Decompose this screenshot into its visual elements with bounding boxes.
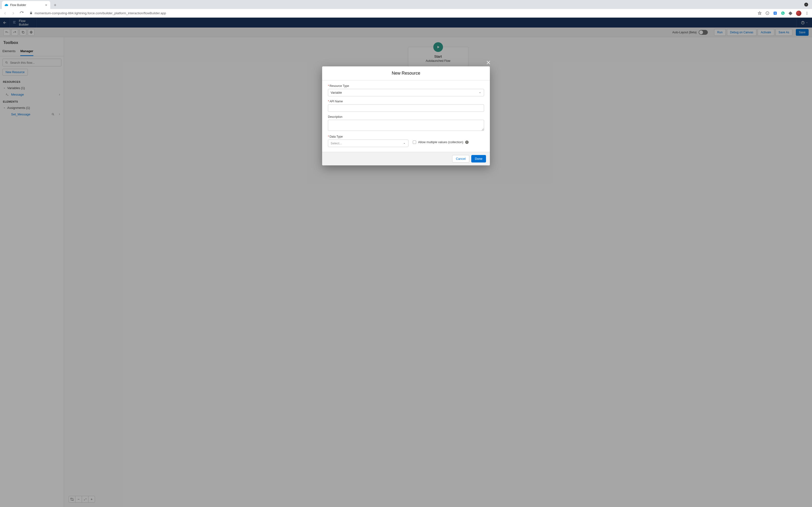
- allow-multiple-checkbox-row[interactable]: Allow multiple values (collection) i: [413, 135, 469, 144]
- reload-icon[interactable]: [19, 11, 24, 15]
- star-icon[interactable]: [757, 11, 762, 15]
- tab-title: Flow Builder: [10, 3, 43, 7]
- grammarly-icon[interactable]: [780, 11, 785, 15]
- menu-icon[interactable]: [805, 11, 809, 15]
- url-host: momentum-computing-884.lightning.force.c…: [35, 11, 102, 15]
- account-indicator-icon[interactable]: [804, 3, 808, 6]
- chevron-down-icon: [478, 91, 481, 94]
- resource-type-label: *Resource Type: [328, 84, 484, 88]
- info-icon[interactable]: [765, 11, 769, 15]
- extensions-icon[interactable]: [788, 11, 793, 15]
- resource-type-value: Variable: [331, 91, 342, 95]
- close-modal-button[interactable]: [485, 59, 492, 66]
- profile-avatar[interactable]: [796, 11, 801, 16]
- description-label: Description: [328, 115, 484, 119]
- data-type-placeholder: Select...: [331, 142, 342, 145]
- svg-text:Q: Q: [774, 12, 776, 14]
- done-button[interactable]: Done: [471, 155, 486, 163]
- allow-multiple-label: Allow multiple values (collection): [418, 140, 463, 144]
- browser-toolbar: momentum-computing-884.lightning.force.c…: [0, 9, 812, 18]
- svg-point-5: [807, 13, 807, 13]
- chevron-down-icon: [403, 142, 406, 145]
- data-type-label: *Data Type: [328, 135, 408, 138]
- forward-icon[interactable]: [11, 11, 15, 15]
- cancel-button[interactable]: Cancel: [452, 155, 469, 163]
- info-icon[interactable]: i: [465, 140, 469, 144]
- data-type-select[interactable]: Select...: [328, 139, 408, 147]
- lock-icon: [30, 11, 33, 15]
- new-resource-modal: New Resource *Resource Type Variable *AP…: [322, 66, 490, 165]
- svg-point-6: [807, 14, 807, 15]
- close-icon[interactable]: [45, 3, 48, 7]
- api-name-label: *API Name: [328, 100, 484, 103]
- svg-point-4: [807, 12, 807, 12]
- extension-icons: Q: [757, 11, 809, 16]
- browser-tab[interactable]: Flow Builder: [2, 1, 50, 9]
- svg-point-3: [781, 11, 784, 15]
- new-tab-button[interactable]: [53, 3, 57, 7]
- url-bar[interactable]: momentum-computing-884.lightning.force.c…: [28, 11, 754, 15]
- modal-title: New Resource: [322, 66, 490, 80]
- extension-icon[interactable]: Q: [773, 11, 777, 15]
- url-path: /builder_platform_interaction/flowBuilde…: [102, 11, 166, 15]
- modal-footer: Cancel Done: [322, 152, 490, 165]
- api-name-input[interactable]: [328, 104, 484, 112]
- description-textarea[interactable]: [328, 120, 484, 131]
- browser-tab-strip: Flow Builder: [0, 0, 812, 9]
- resource-type-select[interactable]: Variable: [328, 89, 484, 96]
- allow-multiple-checkbox[interactable]: [413, 140, 416, 144]
- cloud-icon: [4, 3, 8, 7]
- back-icon[interactable]: [3, 11, 7, 15]
